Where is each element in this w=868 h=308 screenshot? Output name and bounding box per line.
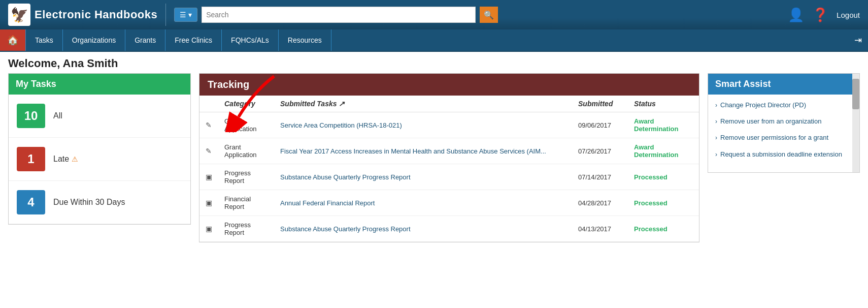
status-cell: AwardDetermination [628,138,699,164]
all-count-badge: 10 [17,104,45,128]
all-label: All [53,111,62,120]
due-count-badge: 4 [17,190,45,214]
tracking-header: Tracking [199,74,699,96]
menu-button[interactable]: ☰ ▾ [174,8,197,22]
nav-bar: 🏠 Tasks Organizations Grants Free Clinic… [0,29,868,52]
task-cell[interactable]: Annual Federal Financial Report [274,190,572,216]
due-label: Due Within 30 Days [53,198,125,207]
assist-link[interactable]: Request a submission deadline extension [720,150,842,159]
tracking-table: Category Submitted Tasks ↗ Submitted Sta… [199,96,699,242]
status-cell: AwardDetermination [628,112,699,138]
task-late[interactable]: 1 Late ⚠ [9,138,190,181]
assist-link[interactable]: Remove user permissions for a grant [720,133,828,142]
table-row: ✎ Grant Application Service Area Competi… [199,112,699,138]
task-link[interactable]: Substance Abuse Quarterly Progress Repor… [280,225,411,233]
smart-assist-panel: Smart Assist › Change Project Director (… [708,73,860,173]
nav-home[interactable]: 🏠 [0,29,26,51]
nav-grants[interactable]: Grants [125,29,165,51]
category-cell: Progress Report [218,216,274,242]
late-label: Late ⚠ [53,155,78,164]
category-cell: Grant Application [218,112,274,138]
status-cell: Processed [628,190,699,216]
status-badge: AwardDetermination [634,143,678,159]
status-cell: Processed [628,164,699,190]
row-icon: ✎ [199,138,218,164]
nav-free-clinics[interactable]: Free Clinics [165,29,222,51]
arrow-icon: › [715,134,717,142]
nav-fqhcs[interactable]: FQHCs/ALs [222,29,279,51]
arrow-icon: › [715,117,717,126]
col-status: Status [628,96,699,112]
header-right: 👤 ❓ Logout [788,7,860,23]
task-cell[interactable]: Fiscal Year 2017 Access Increases in Men… [274,138,572,164]
search-input[interactable] [202,7,476,23]
status-badge: AwardDetermination [634,117,678,133]
row-icon: ▣ [199,164,218,190]
smart-assist-header: Smart Assist [708,74,859,95]
help-icon[interactable]: ❓ [812,7,828,23]
task-cell[interactable]: Substance Abuse Quarterly Progress Repor… [274,164,572,190]
category-cell: Financial Report [218,190,274,216]
submitted-tasks-label: Submitted Tasks ↗ [280,100,345,108]
submitted-cell: 07/14/2017 [572,164,628,190]
header-center: ☰ ▾ 🔍 [174,7,780,23]
my-tasks-panel: My Tasks 10 All 1 Late ⚠ 4 Due Within 30… [8,73,191,225]
tracking-panel: Tracking Category Submitted Tasks ↗ Subm… [199,73,699,242]
task-cell[interactable]: Substance Abuse Quarterly Progress Repor… [274,216,572,242]
main-layout: My Tasks 10 All 1 Late ⚠ 4 Due Within 30… [0,73,868,251]
assist-link[interactable]: Change Project Director (PD) [720,101,806,110]
hrsa-logo: 🦅 [8,4,30,26]
submitted-cell: 04/28/2017 [572,190,628,216]
assist-item-deadline[interactable]: › Request a submission deadline extensio… [715,150,852,159]
assist-item-remove-user-grant[interactable]: › Remove user permissions for a grant [715,133,852,142]
table-header-row: Category Submitted Tasks ↗ Submitted Sta… [199,96,699,112]
warning-icon: ⚠ [72,155,78,163]
category-cell: Progress Report [218,164,274,190]
col-submitted: Submitted [572,96,628,112]
table-row: ▣ Progress Report Substance Abuse Quarte… [199,164,699,190]
nav-resources[interactable]: Resources [279,29,331,51]
status-cell: Processed [628,216,699,242]
task-due[interactable]: 4 Due Within 30 Days [9,181,190,224]
col-tasks: Submitted Tasks ↗ [274,96,572,112]
row-icon: ▣ [199,216,218,242]
table-row: ✎ Grant Application Fiscal Year 2017 Acc… [199,138,699,164]
status-badge: Processed [634,199,667,207]
submitted-cell: 04/13/2017 [572,216,628,242]
nav-expand-button[interactable]: ⇥ [848,29,868,51]
table-row: ▣ Progress Report Substance Abuse Quarte… [199,216,699,242]
row-icon: ▣ [199,190,218,216]
user-icon[interactable]: 👤 [788,7,804,23]
arrow-icon: › [715,150,717,159]
app-title: Electronic Handbooks [35,8,157,21]
edit-icon: ✎ [206,121,212,129]
task-link[interactable]: Substance Abuse Quarterly Progress Repor… [280,173,411,181]
welcome-text: Welcome, Ana Smith [0,52,868,73]
table-row: ▣ Financial Report Annual Federal Financ… [199,190,699,216]
submitted-cell: 07/26/2017 [572,138,628,164]
nav-tasks[interactable]: Tasks [26,29,63,51]
logout-button[interactable]: Logout [837,11,860,19]
late-count-badge: 1 [17,147,45,171]
task-all[interactable]: 10 All [9,95,190,138]
col-icon [199,96,218,112]
assist-link[interactable]: Remove user from an organization [720,117,821,126]
task-link[interactable]: Annual Federal Financial Report [280,199,375,207]
category-cell: Grant Application [218,138,274,164]
col-category: Category [218,96,274,112]
scrollbar[interactable] [852,74,859,172]
check-icon: ▣ [206,225,212,233]
task-link[interactable]: Fiscal Year 2017 Access Increases in Men… [280,147,546,155]
edit-icon: ✎ [206,147,212,155]
nav-organizations[interactable]: Organizations [63,29,125,51]
logo-area: 🦅 Electronic Handbooks [8,4,166,26]
header: 🦅 Electronic Handbooks ☰ ▾ 🔍 👤 ❓ Logout [0,0,868,29]
assist-item-remove-user-org[interactable]: › Remove user from an organization [715,117,852,126]
arrow-icon: › [715,101,717,110]
search-button[interactable]: 🔍 [480,7,498,23]
scrollbar-thumb[interactable] [852,79,859,109]
task-cell[interactable]: Service Area Competition (HRSA-18-021) [274,112,572,138]
check-icon: ▣ [206,173,212,181]
task-link[interactable]: Service Area Competition (HRSA-18-021) [280,121,402,129]
assist-item-change-pd[interactable]: › Change Project Director (PD) [715,101,852,110]
